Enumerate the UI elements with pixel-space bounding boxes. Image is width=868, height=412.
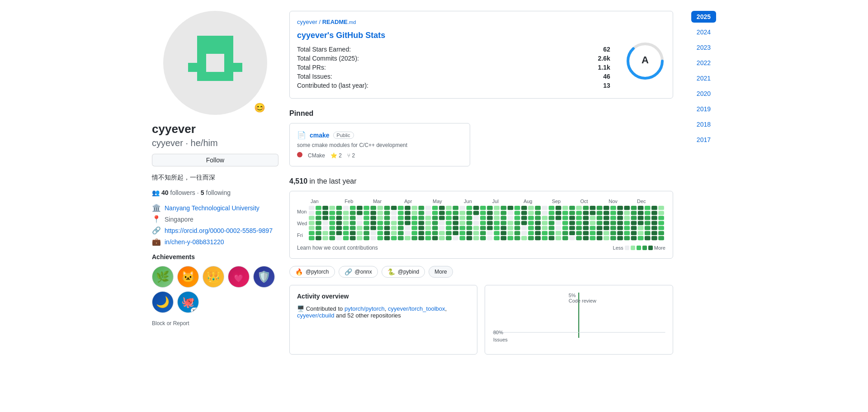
contrib-cell <box>624 216 630 220</box>
contrib-cell <box>535 211 541 215</box>
achievement-badge-6[interactable]: 🌙 <box>152 291 174 313</box>
contrib-cell <box>590 211 596 215</box>
year-2025[interactable]: 2025 <box>691 11 716 23</box>
contrib-cell <box>384 236 390 240</box>
repo-icon: 📄 <box>297 131 306 139</box>
contrib-cell <box>460 211 466 215</box>
university-link[interactable]: Nanyang Technological University <box>165 204 259 212</box>
contrib-cell <box>398 226 404 230</box>
year-2024[interactable]: 2024 <box>691 26 716 38</box>
contrib-cell <box>425 216 431 220</box>
contrib-cell <box>419 216 425 220</box>
contrib-cell <box>405 231 411 235</box>
contrib-cell <box>501 211 507 215</box>
contrib-cell <box>480 216 486 220</box>
contrib-cell <box>357 216 363 220</box>
readme-link[interactable]: README.md <box>322 19 356 25</box>
block-report-link[interactable]: Block or Report <box>152 320 278 327</box>
day-labels: Mon Wed Fri <box>297 206 307 241</box>
contrib-cell <box>398 211 404 215</box>
year-2018[interactable]: 2018 <box>691 118 716 130</box>
achievement-badge-2[interactable]: 🐱 <box>177 266 199 288</box>
cbuild-link[interactable]: cyyever/cbuild <box>297 312 334 319</box>
contrib-cell <box>652 231 658 235</box>
pytorch-link[interactable]: pytorch/pytorch <box>344 305 385 312</box>
contrib-cell <box>343 221 349 225</box>
contrib-cell <box>336 216 342 220</box>
contrib-cell <box>343 216 349 220</box>
contrib-cell <box>576 216 582 220</box>
avatar-wrap: 😊 <box>163 11 267 115</box>
contrib-cell <box>501 216 507 220</box>
contrib-cell <box>494 211 500 215</box>
grade-svg: A <box>625 41 665 81</box>
contrib-cell <box>316 226 322 230</box>
contrib-cell <box>364 231 370 235</box>
repo-owner[interactable]: cyyever <box>297 19 317 25</box>
contrib-cell <box>624 206 630 210</box>
contrib-cell <box>597 206 603 210</box>
contrib-cell <box>364 221 370 225</box>
contrib-cell <box>514 221 520 225</box>
contrib-cell <box>350 231 356 235</box>
contrib-cell <box>645 226 651 230</box>
readme-path: cyyever / README.md <box>297 19 356 25</box>
year-2019[interactable]: 2019 <box>691 103 716 115</box>
learn-more-link[interactable]: Learn how we count contributions <box>297 245 378 251</box>
contrib-graph: Jan Feb Mar Apr May Jun Jul Aug Sep Oct … <box>289 191 673 259</box>
linkedin-link[interactable]: in/chen-y-08b831220 <box>165 238 224 246</box>
following-link[interactable]: 5 <box>201 189 204 196</box>
university-item: 🏛️ Nanyang Technological University <box>152 204 278 212</box>
orcid-link[interactable]: https://orcid.org/0000-0002-5585-9897 <box>165 227 273 234</box>
avatar-svg <box>170 18 260 108</box>
avatar-emoji: 😊 <box>254 102 265 113</box>
contrib-cell <box>604 216 609 220</box>
followers-line: 👥 40 followers · 5 following <box>152 189 278 196</box>
repo-name-link[interactable]: cmake <box>310 132 330 139</box>
svg-text:Issues: Issues <box>493 337 508 342</box>
year-2021[interactable]: 2021 <box>691 72 716 84</box>
visibility-badge: Public <box>333 132 354 139</box>
contrib-cell <box>412 216 418 220</box>
contrib-cell <box>446 221 452 225</box>
contrib-cell <box>412 236 418 240</box>
torch-toolbox-link[interactable]: cyyever/torch_toolbox <box>388 305 445 312</box>
orcid-item: 🔗 https://orcid.org/0000-0002-5585-9897 <box>152 226 278 235</box>
achievement-badge-7[interactable]: 🐙 ×3 <box>177 291 199 313</box>
org-pytorch[interactable]: 🔥 @pytorch <box>289 266 335 278</box>
contrib-cell <box>336 236 342 240</box>
contrib-cell <box>398 231 404 235</box>
contrib-cell <box>549 206 555 210</box>
contrib-legend: Learn how we count contributions Less Mo… <box>297 245 665 251</box>
followers-link[interactable]: 40 <box>161 189 169 196</box>
contrib-cell <box>618 216 623 220</box>
achievement-badge-1[interactable]: 🌿 <box>152 266 174 288</box>
follow-button[interactable]: Follow <box>152 154 278 166</box>
achievement-badge-3[interactable]: 👑 <box>203 266 224 288</box>
year-2023[interactable]: 2023 <box>691 42 716 53</box>
avatar <box>163 11 267 115</box>
contrib-cell <box>659 221 665 225</box>
year-2020[interactable]: 2020 <box>691 88 716 99</box>
contrib-cell <box>439 226 445 230</box>
contrib-cell <box>576 236 582 240</box>
year-2022[interactable]: 2022 <box>691 57 716 69</box>
contrib-cell <box>494 236 500 240</box>
pinned-card-header: 📄 cmake Public <box>297 131 462 139</box>
contrib-cell <box>432 236 438 240</box>
contrib-cell <box>480 206 486 210</box>
year-2017[interactable]: 2017 <box>691 134 716 146</box>
contrib-cell <box>487 221 493 225</box>
contrib-cell <box>549 231 555 235</box>
achievement-badge-4[interactable]: 💗 <box>228 266 250 288</box>
org-onnx[interactable]: 🔗 @onnx <box>339 266 378 278</box>
contrib-cell <box>556 211 561 215</box>
contrib-cell <box>364 206 370 210</box>
achievement-badge-5[interactable]: 🛡️ <box>253 266 275 288</box>
org-more[interactable]: More <box>429 266 453 278</box>
prs-row: Total PRs: 1.1k <box>297 64 610 71</box>
contrib-cell <box>501 236 507 240</box>
contrib-cell <box>570 236 576 240</box>
contrib-cell <box>439 216 445 220</box>
org-pybind[interactable]: 🐍 @pybind <box>382 266 425 278</box>
